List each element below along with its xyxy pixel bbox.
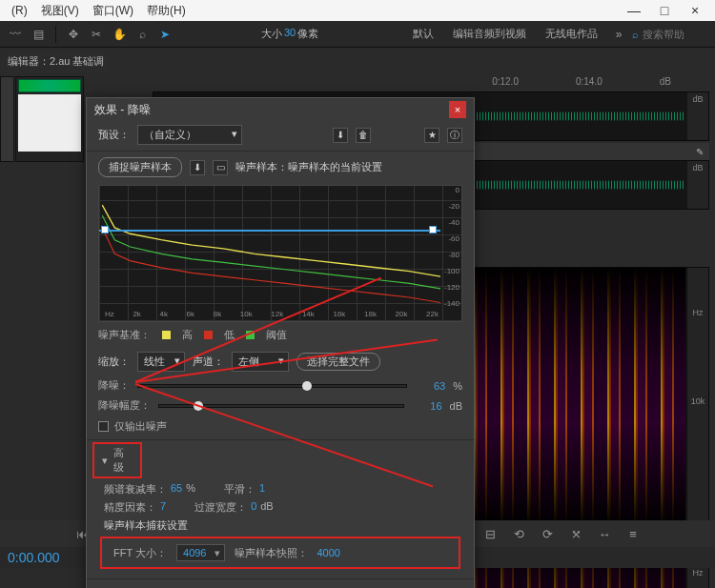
- menubar: (R) 视图(V) 窗口(W) 帮助(H) — □ ×: [0, 0, 715, 21]
- nr-slider-knob[interactable]: [302, 381, 312, 391]
- edit-icon[interactable]: ✎: [696, 147, 704, 157]
- preset-label: 预设：: [98, 128, 130, 142]
- timecode[interactable]: 0:00.000: [8, 550, 60, 565]
- legend-low: 低: [224, 328, 235, 342]
- noise-sample-label: 噪声样本：噪声样本的当前设置: [235, 160, 382, 174]
- legend-high-swatch: [162, 331, 171, 339]
- channel-label: 声道：: [193, 355, 224, 369]
- capture-noise-button[interactable]: 捕捉噪声样本: [98, 157, 182, 177]
- db-label: dB: [660, 76, 671, 91]
- left-panel: [0, 76, 14, 162]
- preset-favorite-icon[interactable]: ★: [424, 128, 439, 143]
- io-info: 输入：L, R，输出：L, R: [87, 581, 474, 588]
- menu-window[interactable]: 窗口(W): [87, 2, 139, 20]
- db-scale-left: dB: [687, 92, 708, 140]
- threshold-handle-left[interactable]: [101, 226, 109, 233]
- menu-view[interactable]: 视图(V): [35, 2, 85, 20]
- search-input[interactable]: [643, 29, 709, 40]
- noise-floor-graph[interactable]: 0-20-40-60-80-100-120-140 Hz2k4k6k8k10k1…: [98, 185, 462, 322]
- nramp-value[interactable]: 16: [412, 400, 442, 412]
- transition-label: 过渡宽度：: [194, 500, 247, 515]
- preset-download-icon[interactable]: ⬇: [333, 128, 348, 143]
- smoothing-label: 平滑：: [224, 482, 255, 497]
- wave-icon[interactable]: 〰: [6, 25, 25, 44]
- legend-label: 噪声基准：: [98, 328, 151, 342]
- graph-hz-axis: Hz2k4k6k8k10k12k14k16k18k20k22k: [105, 310, 439, 321]
- time-tick: 0:12.0: [492, 76, 519, 91]
- arrow-icon[interactable]: ➤: [155, 25, 174, 44]
- mode-default[interactable]: 默认: [405, 27, 441, 41]
- snapshot-value[interactable]: 4000: [317, 547, 340, 558]
- link-editor-audio-video[interactable]: 编辑音频到视频: [445, 27, 534, 41]
- window-close[interactable]: ×: [681, 3, 709, 18]
- graph-db-axis: 0-20-40-60-80-100-120-140: [439, 186, 460, 308]
- zoom-tool-7[interactable]: ⤧: [565, 523, 586, 544]
- fft-size-select[interactable]: 4096: [176, 544, 224, 561]
- editor-tab[interactable]: 编辑器：2.au 基础调: [2, 50, 110, 72]
- fft-settings-row: FFT 大小： 4096 噪声样本快照： 4000: [100, 537, 460, 569]
- main-area: 编辑器：2.au 基础调 0:12.0 0:14.0 dB dB fx 🔊 ⟳ …: [0, 48, 715, 568]
- select-entire-file-button[interactable]: 选择完整文件: [296, 353, 380, 371]
- threshold-handle-right[interactable]: [429, 226, 437, 233]
- preset-row: 预设： （自定义） ⬇ 🗑 ★ ⓘ: [87, 121, 474, 149]
- advanced-toggle[interactable]: ▾ 高级: [92, 442, 142, 478]
- link-radio-works[interactable]: 无线电作品: [538, 27, 605, 41]
- zoom-tool-6[interactable]: ⟳: [537, 523, 558, 544]
- spectral-icon[interactable]: ▤: [29, 25, 48, 44]
- dialog-title: 效果 - 降噪: [94, 102, 151, 118]
- legend-threshold: 阈值: [266, 328, 287, 342]
- razor-tool-icon[interactable]: ✂: [87, 25, 106, 44]
- window-minimize[interactable]: —: [620, 3, 648, 18]
- zoom-size-value[interactable]: 30: [284, 27, 296, 41]
- spectral-decay-label: 频谱衰减率：: [104, 482, 167, 497]
- top-toolbar: 〰 ▤ ✥ ✂ ✋ ⌕ ➤ 大小 30 像素 默认 编辑音频到视频 无线电作品 …: [0, 21, 715, 48]
- threshold-line[interactable]: [99, 230, 440, 232]
- dialog-titlebar[interactable]: 效果 - 降噪 ×: [87, 98, 474, 121]
- zoom-size-label: 大小: [261, 27, 282, 41]
- nr-slider-track[interactable]: [137, 384, 407, 388]
- zoom-tool-9[interactable]: ≡: [623, 523, 644, 544]
- noise-reduction-dialog: 效果 - 降噪 × 预设： （自定义） ⬇ 🗑 ★ ⓘ 捕捉噪声样本 ⬇ ▭ 噪…: [86, 97, 475, 588]
- nr-value[interactable]: 63: [415, 380, 445, 392]
- editor-tab-label: 编辑器：2.au 基础调: [2, 54, 110, 69]
- advanced-content: 频谱衰减率：65 % 平滑：1 精度因素：7 过渡宽度：0 dB 噪声样本捕获设…: [87, 478, 474, 577]
- hand-tool-icon[interactable]: ✋: [110, 25, 129, 44]
- checkbox-icon[interactable]: [98, 421, 109, 432]
- channel-select[interactable]: 左侧: [232, 352, 289, 372]
- zoom-tool-5[interactable]: ⟲: [508, 523, 529, 544]
- legend-high: 高: [182, 328, 193, 342]
- smoothing-value[interactable]: 1: [259, 482, 265, 497]
- time-ruler[interactable]: 0:12.0 0:14.0 dB: [153, 76, 709, 91]
- asset-waveform[interactable]: [18, 79, 81, 92]
- precision-value[interactable]: 7: [160, 500, 166, 515]
- menu-r[interactable]: (R): [6, 3, 33, 18]
- zoom-tool-8[interactable]: ↔: [594, 523, 615, 544]
- sample-save-icon[interactable]: ▭: [213, 160, 228, 175]
- asset-blank: [18, 94, 81, 152]
- preset-info-icon[interactable]: ⓘ: [447, 128, 462, 143]
- scale-select[interactable]: 线性: [137, 352, 185, 372]
- output-noise-only-label: 仅输出噪声: [114, 419, 167, 434]
- sample-settings-head: 噪声样本捕获设置: [92, 517, 468, 535]
- nramp-slider-knob[interactable]: [194, 401, 203, 411]
- spectral-decay-value[interactable]: 65: [171, 482, 182, 497]
- cursor-tool-icon[interactable]: ✥: [64, 25, 83, 44]
- preset-select[interactable]: （自定义）: [137, 125, 242, 145]
- transition-value[interactable]: 0: [251, 500, 256, 515]
- nr-amplitude-slider: 降噪幅度： 16 dB: [87, 395, 474, 416]
- more-icon[interactable]: »: [609, 25, 628, 44]
- dialog-close-icon[interactable]: ×: [449, 101, 466, 118]
- window-maximize[interactable]: □: [650, 3, 679, 18]
- zoom-tool-icon[interactable]: ⌕: [133, 25, 152, 44]
- menu-help[interactable]: 帮助(H): [141, 2, 192, 20]
- advanced-label: 高级: [113, 446, 133, 475]
- output-noise-only-check[interactable]: 仅输出噪声: [87, 416, 474, 437]
- nramp-slider-track[interactable]: [158, 404, 404, 408]
- zoom-tool-4[interactable]: ⊟: [480, 523, 500, 544]
- legend-low-swatch: [204, 331, 213, 339]
- chevron-down-icon: ▾: [102, 455, 108, 467]
- capture-row: 捕捉噪声样本 ⬇ ▭ 噪声样本：噪声样本的当前设置: [87, 153, 474, 181]
- preset-delete-icon[interactable]: 🗑: [356, 128, 371, 143]
- graph-svg: [99, 186, 440, 308]
- sample-load-icon[interactable]: ⬇: [190, 160, 205, 175]
